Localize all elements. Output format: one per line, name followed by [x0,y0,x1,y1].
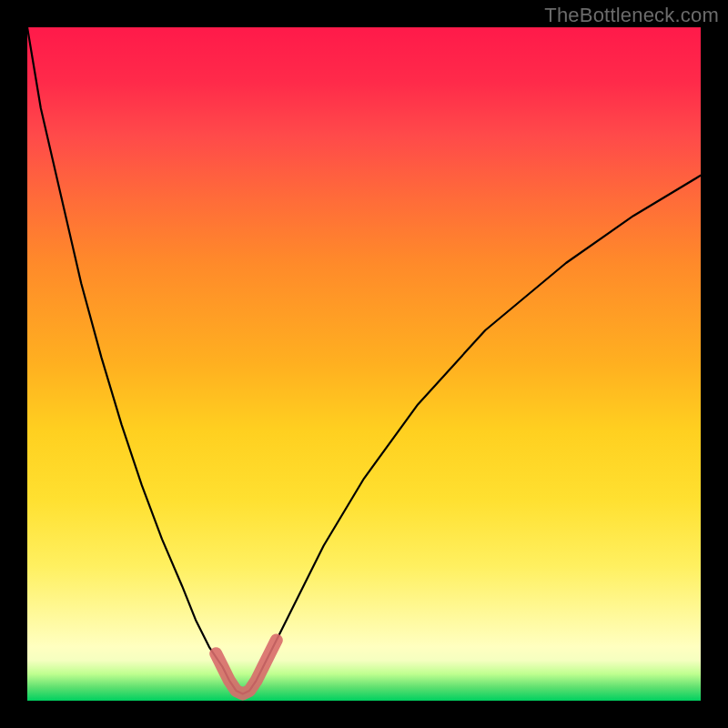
minimum-highlight [216,640,277,693]
watermark-text: TheBottleneck.com [544,4,719,27]
plot-area [27,27,701,701]
curve-layer [27,27,701,701]
bottleneck-curve [27,27,701,694]
chart-frame: TheBottleneck.com [0,0,728,728]
